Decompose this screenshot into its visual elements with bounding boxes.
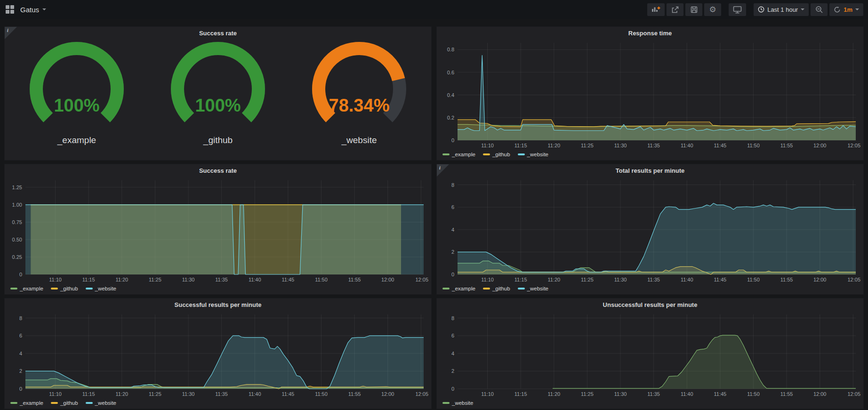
svg-text:0: 0 — [451, 137, 454, 143]
legend-item-_website[interactable]: _website — [86, 400, 116, 406]
time-range-picker[interactable]: Last 1 hour — [754, 3, 809, 16]
gauge-label: _example — [57, 135, 96, 145]
gauge-_example: 100%_example — [6, 41, 147, 145]
panel-title[interactable]: Unsuccessful results per minute — [437, 298, 863, 311]
svg-text:12:00: 12:00 — [381, 277, 394, 282]
legend-swatch — [51, 288, 58, 289]
legend-item-_website[interactable]: _website — [442, 400, 473, 406]
svg-text:12:05: 12:05 — [847, 391, 860, 397]
chevron-down-icon — [855, 8, 859, 10]
legend-swatch — [86, 288, 93, 289]
chart-legend: _website — [442, 399, 473, 407]
legend-swatch — [10, 288, 17, 289]
zoom-out-button[interactable] — [811, 3, 828, 16]
legend-label: _website — [452, 400, 473, 406]
chevron-down-icon — [42, 8, 46, 10]
gauge-value: 100% — [195, 96, 241, 115]
legend-item-_website[interactable]: _website — [86, 286, 116, 291]
svg-text:11:30: 11:30 — [182, 277, 195, 282]
legend-label: _example — [452, 152, 475, 157]
svg-text:11:30: 11:30 — [614, 143, 627, 148]
info-icon: i — [439, 165, 441, 170]
legend-label: _example — [452, 286, 475, 291]
svg-text:11:10: 11:10 — [49, 391, 62, 397]
svg-text:0.4: 0.4 — [447, 92, 454, 98]
dashboard-title: Gatus — [20, 6, 39, 14]
legend-label: _github — [60, 400, 78, 406]
svg-text:6: 6 — [451, 333, 454, 338]
gear-icon: ⚙ — [709, 6, 716, 14]
gauge-row: 100%_example100%_github78.34%_website — [5, 41, 431, 145]
svg-text:11:50: 11:50 — [747, 391, 760, 397]
cycle-view-button[interactable] — [729, 3, 746, 16]
svg-text:11:40: 11:40 — [249, 277, 261, 282]
panel-info-corner[interactable] — [437, 164, 449, 177]
save-icon — [690, 6, 698, 14]
svg-text:11:15: 11:15 — [514, 391, 527, 397]
legend-label: _example — [20, 286, 43, 291]
legend-swatch — [518, 153, 525, 155]
legend-item-_example[interactable]: _example — [10, 286, 43, 291]
legend-swatch — [86, 402, 93, 404]
svg-text:11:30: 11:30 — [614, 391, 627, 397]
chart-legend: _example_github_website — [442, 285, 548, 292]
gauge-value: 78.34% — [329, 96, 390, 115]
panel-title[interactable]: Success rate — [5, 164, 431, 177]
total-results-chart[interactable]: 11:1011:1511:2011:2511:3011:3511:4011:45… — [439, 177, 861, 284]
svg-text:12:00: 12:00 — [813, 391, 827, 397]
svg-text:11:10: 11:10 — [481, 143, 494, 148]
gauge-value: 100% — [54, 96, 99, 115]
svg-text:11:25: 11:25 — [581, 277, 594, 282]
svg-text:12:05: 12:05 — [847, 277, 860, 282]
legend-item-_example[interactable]: _example — [442, 286, 475, 291]
save-button[interactable] — [685, 3, 702, 16]
legend-item-_website[interactable]: _website — [518, 286, 548, 291]
svg-text:11:25: 11:25 — [149, 391, 161, 397]
legend-item-_github[interactable]: _github — [51, 400, 78, 406]
bar-chart-add-icon — [651, 6, 660, 13]
dashboard-title-dropdown[interactable]: Gatus — [20, 6, 46, 14]
svg-text:11:40: 11:40 — [249, 391, 261, 397]
svg-text:11:55: 11:55 — [780, 277, 793, 282]
share-button[interactable] — [667, 3, 683, 16]
svg-text:0: 0 — [19, 386, 22, 392]
legend-label: _website — [527, 152, 548, 157]
svg-text:11:50: 11:50 — [747, 277, 760, 282]
legend-label: _website — [95, 400, 116, 406]
panel-title[interactable]: Success rate — [5, 27, 431, 39]
svg-text:11:15: 11:15 — [82, 277, 95, 282]
grafana-dashboard-logo-icon[interactable] — [6, 5, 15, 14]
legend-label: _website — [95, 286, 116, 291]
legend-item-_example[interactable]: _example — [10, 400, 43, 406]
legend-swatch — [51, 402, 58, 404]
response-time-chart[interactable]: 11:1011:1511:2011:2511:3011:3511:4011:45… — [439, 39, 861, 150]
svg-text:12:05: 12:05 — [415, 277, 428, 282]
legend-item-_github[interactable]: _github — [51, 286, 78, 291]
svg-text:0.2: 0.2 — [447, 115, 454, 121]
svg-text:12:05: 12:05 — [415, 391, 428, 397]
legend-item-_website[interactable]: _website — [518, 152, 548, 157]
success-rate-chart[interactable]: 11:1011:1511:2011:2511:3011:3511:4011:45… — [7, 177, 429, 284]
legend-swatch — [442, 288, 450, 289]
svg-text:1.25: 1.25 — [12, 185, 22, 190]
add-panel-button[interactable] — [647, 3, 665, 16]
unsuccessful-results-chart[interactable]: 11:1011:1511:2011:2511:3011:3511:4011:45… — [439, 311, 861, 398]
legend-item-_github[interactable]: _github — [483, 152, 510, 157]
panel-info-corner[interactable] — [5, 27, 17, 39]
refresh-picker[interactable]: 1m — [829, 3, 863, 16]
panel-title[interactable]: Successful results per minute — [5, 298, 431, 311]
svg-text:0: 0 — [451, 386, 454, 392]
legend-item-_github[interactable]: _github — [483, 286, 510, 291]
svg-text:11:55: 11:55 — [348, 391, 361, 397]
svg-text:12:05: 12:05 — [847, 143, 860, 148]
svg-text:0: 0 — [19, 272, 22, 277]
info-icon: i — [7, 28, 8, 33]
legend-item-_example[interactable]: _example — [442, 152, 475, 157]
panel-title[interactable]: Response time — [437, 27, 863, 39]
svg-text:0.8: 0.8 — [447, 47, 454, 52]
legend-swatch — [483, 288, 490, 289]
panel-title[interactable]: Total results per minute — [437, 164, 863, 177]
panel-total-results: i Total results per minute 11:1011:1511:… — [436, 164, 864, 295]
settings-button[interactable]: ⚙ — [704, 3, 721, 16]
successful-results-chart[interactable]: 11:1011:1511:2011:2511:3011:3511:4011:45… — [7, 311, 429, 398]
